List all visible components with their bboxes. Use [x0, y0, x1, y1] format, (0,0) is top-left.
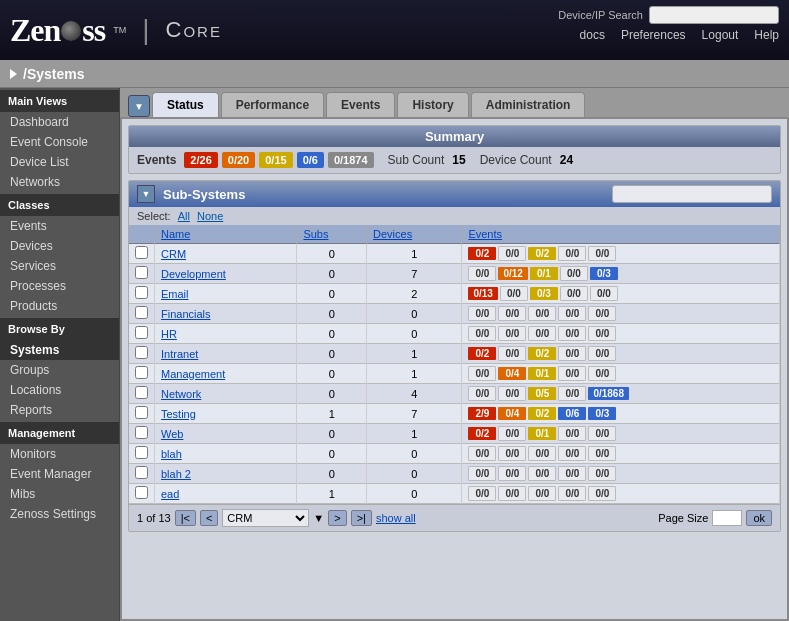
event-cell[interactable]: 0/4	[498, 367, 526, 380]
event-cell[interactable]: 0/3	[588, 407, 616, 420]
pag-nav-select[interactable]: CRMDevelopmentEmailFinancialsHRIntranetM…	[222, 509, 309, 527]
page-size-input[interactable]: 40	[712, 510, 742, 526]
row-name-link[interactable]: Management	[161, 368, 225, 380]
event-cell[interactable]: 0/0	[498, 426, 526, 441]
event-cell[interactable]: 0/0	[588, 326, 616, 341]
row-name-link[interactable]: blah	[161, 448, 182, 460]
summary-badge-red[interactable]: 2/26	[184, 152, 217, 168]
event-cell[interactable]: 0/2	[528, 407, 556, 420]
row-checkbox[interactable]	[135, 246, 148, 259]
event-cell[interactable]: 0/0	[468, 266, 496, 281]
row-checkbox[interactable]	[135, 426, 148, 439]
event-cell[interactable]: 0/0	[528, 446, 556, 461]
event-cell[interactable]: 0/0	[528, 466, 556, 481]
subsystems-search-input[interactable]	[612, 185, 772, 203]
event-cell[interactable]: 0/0	[558, 346, 586, 361]
event-cell[interactable]: 0/3	[530, 287, 558, 300]
event-cell[interactable]: 0/0	[558, 466, 586, 481]
sidebar-item-reports[interactable]: Reports	[0, 400, 119, 420]
event-cell[interactable]: 0/0	[468, 386, 496, 401]
sidebar-item-mibs[interactable]: Mibs	[0, 484, 119, 504]
row-checkbox[interactable]	[135, 386, 148, 399]
sidebar-item-services[interactable]: Services	[0, 256, 119, 276]
th-name[interactable]: Name	[155, 225, 297, 244]
event-cell[interactable]: 0/0	[498, 486, 526, 501]
breadcrumb-collapse-icon[interactable]	[10, 69, 17, 79]
summary-badge-gray[interactable]: 0/1874	[328, 152, 374, 168]
event-cell[interactable]: 0/1	[528, 367, 556, 380]
event-cell[interactable]: 0/0	[500, 286, 528, 301]
event-cell[interactable]: 0/2	[528, 247, 556, 260]
event-cell[interactable]: 0/0	[468, 306, 496, 321]
event-cell[interactable]: 0/0	[558, 386, 586, 401]
event-cell[interactable]: 0/0	[588, 446, 616, 461]
event-cell[interactable]: 0/0	[498, 246, 526, 261]
tab-history[interactable]: History	[397, 92, 468, 117]
subsystems-collapse-icon[interactable]: ▼	[137, 185, 155, 203]
event-cell[interactable]: 0/0	[588, 346, 616, 361]
row-name-link[interactable]: Intranet	[161, 348, 198, 360]
event-cell[interactable]: 0/0	[468, 446, 496, 461]
event-cell[interactable]: 0/12	[498, 267, 527, 280]
event-cell[interactable]: 0/0	[560, 286, 588, 301]
sidebar-item-zenoss-settings[interactable]: Zenoss Settings	[0, 504, 119, 524]
event-cell[interactable]: 0/0	[588, 426, 616, 441]
tab-performance[interactable]: Performance	[221, 92, 324, 117]
event-cell[interactable]: 0/0	[498, 346, 526, 361]
pag-last-btn[interactable]: >|	[351, 510, 372, 526]
row-checkbox[interactable]	[135, 446, 148, 459]
event-cell[interactable]: 0/13	[468, 287, 497, 300]
summary-badge-orange[interactable]: 0/20	[222, 152, 255, 168]
tab-collapse-button[interactable]: ▼	[128, 95, 150, 117]
row-name-link[interactable]: Development	[161, 268, 226, 280]
row-name-link[interactable]: Testing	[161, 408, 196, 420]
row-name-link[interactable]: CRM	[161, 248, 186, 260]
preferences-link[interactable]: Preferences	[621, 28, 686, 42]
event-cell[interactable]: 0/0	[528, 326, 556, 341]
sidebar-item-groups[interactable]: Groups	[0, 360, 119, 380]
event-cell[interactable]: 0/0	[588, 306, 616, 321]
row-name-link[interactable]: Network	[161, 388, 201, 400]
row-checkbox[interactable]	[135, 266, 148, 279]
tab-administration[interactable]: Administration	[471, 92, 586, 117]
event-cell[interactable]: 0/2	[468, 427, 496, 440]
logout-link[interactable]: Logout	[702, 28, 739, 42]
event-cell[interactable]: 0/0	[498, 466, 526, 481]
event-cell[interactable]: 0/0	[498, 386, 526, 401]
select-all-link[interactable]: All	[178, 210, 190, 222]
select-none-link[interactable]: None	[197, 210, 223, 222]
event-cell[interactable]: 0/0	[468, 366, 496, 381]
event-cell[interactable]: 0/0	[588, 466, 616, 481]
event-cell[interactable]: 0/5	[528, 387, 556, 400]
row-checkbox[interactable]	[135, 366, 148, 379]
event-cell[interactable]: 0/0	[468, 326, 496, 341]
sidebar-item-event-manager[interactable]: Event Manager	[0, 464, 119, 484]
sidebar-item-dashboard[interactable]: Dashboard	[0, 112, 119, 132]
event-cell[interactable]: 0/0	[558, 366, 586, 381]
summary-badge-blue[interactable]: 0/6	[297, 152, 324, 168]
event-cell[interactable]: 0/0	[528, 486, 556, 501]
event-cell[interactable]: 0/0	[558, 306, 586, 321]
th-events[interactable]: Events	[462, 225, 780, 244]
sidebar-item-products[interactable]: Products	[0, 296, 119, 316]
row-name-link[interactable]: Email	[161, 288, 189, 300]
event-cell[interactable]: 0/0	[590, 286, 618, 301]
event-cell[interactable]: 0/0	[558, 426, 586, 441]
sidebar-item-devices[interactable]: Devices	[0, 236, 119, 256]
summary-badge-yellow[interactable]: 0/15	[259, 152, 292, 168]
pag-prev-btn[interactable]: <	[200, 510, 218, 526]
row-checkbox[interactable]	[135, 306, 148, 319]
sidebar-item-locations[interactable]: Locations	[0, 380, 119, 400]
th-subs[interactable]: Subs	[297, 225, 367, 244]
pag-next-btn[interactable]: >	[328, 510, 346, 526]
event-cell[interactable]: 0/0	[558, 486, 586, 501]
row-checkbox[interactable]	[135, 326, 148, 339]
event-cell[interactable]: 0/0	[558, 326, 586, 341]
event-cell[interactable]: 0/2	[528, 347, 556, 360]
row-checkbox[interactable]	[135, 466, 148, 479]
event-cell[interactable]: 0/0	[498, 306, 526, 321]
event-cell[interactable]: 0/0	[498, 446, 526, 461]
row-name-link[interactable]: HR	[161, 328, 177, 340]
sidebar-item-networks[interactable]: Networks	[0, 172, 119, 192]
event-cell[interactable]: 0/0	[558, 246, 586, 261]
